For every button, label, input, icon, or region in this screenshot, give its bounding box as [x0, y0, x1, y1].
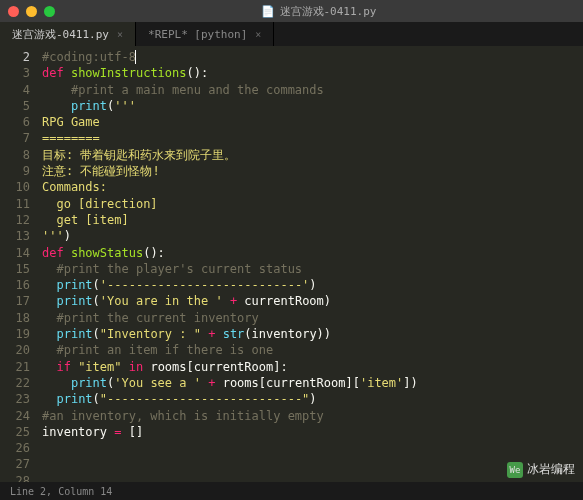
tab-bar: 迷宫游戏-0411.py×*REPL* [python]× — [0, 22, 583, 46]
file-icon: 📄 — [261, 5, 275, 18]
close-icon[interactable]: × — [255, 29, 261, 40]
title-bar: 📄 迷宫游戏-0411.py — [0, 0, 583, 22]
cursor-position: Line 2, Column 14 — [10, 486, 112, 497]
watermark: We 冰岩编程 — [507, 461, 575, 478]
close-icon[interactable]: × — [117, 29, 123, 40]
maximize-traffic-light[interactable] — [44, 6, 55, 17]
minimize-traffic-light[interactable] — [26, 6, 37, 17]
status-bar: Line 2, Column 14 — [0, 482, 583, 500]
tab-label: *REPL* [python] — [148, 28, 247, 41]
tab[interactable]: *REPL* [python]× — [136, 22, 274, 46]
tab[interactable]: 迷宫游戏-0411.py× — [0, 22, 136, 46]
tab-label: 迷宫游戏-0411.py — [12, 27, 109, 42]
line-gutter: 2345678910111213141516171819202122232425… — [0, 46, 38, 482]
wechat-icon: We — [507, 462, 523, 478]
editor[interactable]: 2345678910111213141516171819202122232425… — [0, 46, 583, 482]
code-area[interactable]: #coding:utf-8def showInstructions(): #pr… — [38, 46, 583, 482]
watermark-text: 冰岩编程 — [527, 461, 575, 478]
window-title-text: 迷宫游戏-0411.py — [280, 4, 377, 19]
close-traffic-light[interactable] — [8, 6, 19, 17]
window-title: 📄 迷宫游戏-0411.py — [62, 4, 575, 19]
